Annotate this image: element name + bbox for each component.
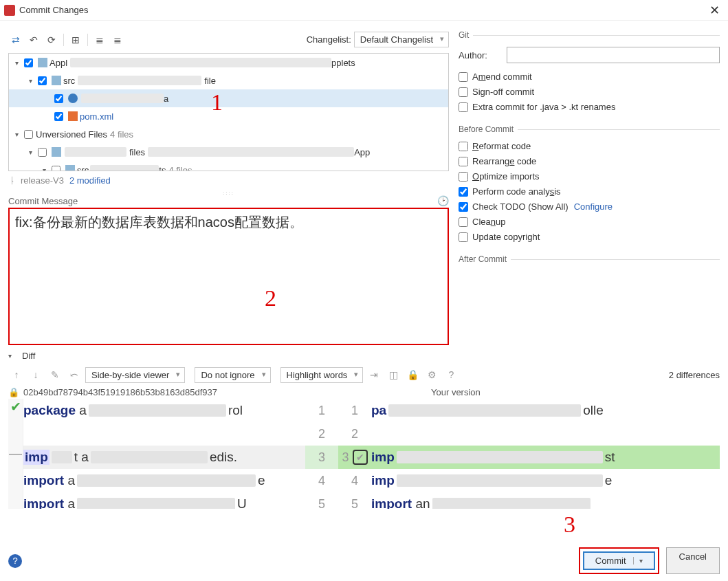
lock-icon: 🔒 xyxy=(8,387,19,397)
close-icon[interactable]: ✕ xyxy=(705,3,724,18)
amend-label: Amend commit xyxy=(472,72,532,82)
tree-toggle[interactable]: ▾ xyxy=(25,149,35,156)
folder-icon xyxy=(38,58,47,67)
reload-icon[interactable]: ⟳ xyxy=(44,32,59,47)
refresh-icon[interactable]: ⇄ xyxy=(8,32,23,47)
viewer-dropdown[interactable]: Side-by-side viewer xyxy=(85,367,185,383)
copyright-label: Update copyright xyxy=(472,232,540,242)
tree-toggle[interactable]: ▾ xyxy=(12,59,21,67)
sync-scroll-icon[interactable]: ◫ xyxy=(385,366,401,383)
commit-button[interactable]: Commit▾ xyxy=(583,551,655,570)
your-version-label: Your version xyxy=(404,387,720,397)
history-icon[interactable]: 🕑 xyxy=(437,195,449,206)
ignore-dropdown[interactable]: Do not ignore xyxy=(195,367,270,383)
rearrange-label: Rearrange code xyxy=(472,156,536,166)
folder-icon xyxy=(52,147,61,157)
tree-suffix: file xyxy=(204,76,216,86)
expand-icon[interactable]: ≣ xyxy=(92,32,107,47)
tree-checkbox[interactable] xyxy=(52,166,60,172)
tree-toggle[interactable]: ▾ xyxy=(39,166,49,172)
analysis-checkbox[interactable] xyxy=(459,187,468,197)
reformat-label: Reformat code xyxy=(472,141,531,151)
diff-count: 2 differences xyxy=(669,370,720,380)
reformat-checkbox[interactable] xyxy=(459,142,468,151)
group-icon[interactable]: ⊞ xyxy=(68,32,83,47)
tree-checkbox[interactable] xyxy=(38,148,47,157)
tree-checkbox[interactable] xyxy=(54,112,63,121)
next-diff-icon[interactable]: ↓ xyxy=(27,366,44,383)
cleanup-checkbox[interactable] xyxy=(459,217,468,227)
amend-checkbox[interactable] xyxy=(459,72,468,82)
app-icon xyxy=(4,5,15,16)
commit-hash: 02b49bd78794b43f51919186b53b8163d85df937 xyxy=(23,387,217,397)
commit-message-label: Commit Message xyxy=(8,196,78,206)
cancel-button[interactable]: Cancel xyxy=(666,547,720,574)
author-input[interactable] xyxy=(507,47,720,63)
file-count: 4 files xyxy=(168,165,192,172)
java-file-icon xyxy=(68,94,78,103)
tree-checkbox[interactable] xyxy=(38,76,47,85)
tree-label: files xyxy=(129,147,145,157)
author-label: Author: xyxy=(459,50,500,61)
after-commit-header: After Commit xyxy=(459,254,720,264)
help-button[interactable]: ? xyxy=(8,554,22,568)
files-tree[interactable]: ▾ Appl pplets ▾ src file xyxy=(8,53,449,171)
highlight-dropdown[interactable]: Highlight words xyxy=(280,367,364,383)
folder-icon xyxy=(65,165,75,171)
extra-commit-label: Extra commit for .java > .kt renames xyxy=(472,102,615,112)
before-commit-header: Before Commit xyxy=(459,124,720,134)
edit-icon[interactable]: ✎ xyxy=(47,366,63,383)
tree-label: Unversioned Files xyxy=(36,129,107,140)
diff-toggle[interactable]: ▾ xyxy=(8,352,18,360)
branch-icon: ᚿ xyxy=(10,175,15,186)
cleanup-label: Cleanup xyxy=(472,217,505,227)
collapse-icon[interactable]: ≣ xyxy=(110,32,125,47)
changelist-dropdown[interactable]: Default Changelist xyxy=(354,32,449,47)
dialog-title: Commit Changes xyxy=(19,5,705,15)
tree-label: a xyxy=(164,94,168,104)
tree-file[interactable]: pom.xml xyxy=(80,111,113,122)
tree-suffix: App xyxy=(354,147,370,157)
lock-icon[interactable]: 🔒 xyxy=(404,366,421,383)
extra-commit-checkbox[interactable] xyxy=(459,102,468,112)
help-icon[interactable]: ? xyxy=(443,366,459,383)
todo-label: Check TODO (Show All) xyxy=(472,201,569,212)
optimize-checkbox[interactable] xyxy=(459,172,468,182)
copyright-checkbox[interactable] xyxy=(459,232,468,242)
analysis-label: Perform code analysis xyxy=(472,186,561,197)
todo-checkbox[interactable] xyxy=(459,202,468,212)
configure-link[interactable]: Configure xyxy=(574,201,613,212)
tree-label: src xyxy=(77,165,89,172)
rearrange-checkbox[interactable] xyxy=(459,157,468,166)
tree-suffix: pplets xyxy=(331,58,355,68)
diff-viewer[interactable]: ✔ — package arol impt aedis. import ae i… xyxy=(8,399,720,509)
commit-dropdown-icon[interactable]: ▾ xyxy=(633,557,643,564)
tree-toggle[interactable]: ▾ xyxy=(25,77,35,85)
folder-icon xyxy=(52,76,61,85)
prev-diff-icon[interactable]: ↑ xyxy=(8,366,25,383)
file-count: 4 files xyxy=(110,129,133,140)
tree-toggle[interactable]: ▾ xyxy=(12,131,21,138)
modified-count[interactable]: 2 modified xyxy=(69,175,111,186)
tree-label: Appl xyxy=(49,58,67,68)
gear-icon[interactable]: ⚙ xyxy=(423,366,440,383)
changelist-label: Changelist: xyxy=(307,34,351,45)
branch-name: release-V3 xyxy=(21,175,64,186)
commit-message-input[interactable]: fix:备份最新的数据库表数据和nacos配置数据。 xyxy=(8,208,449,345)
tree-label: src xyxy=(63,76,75,86)
collapse-diff-icon[interactable]: ⇥ xyxy=(366,366,382,383)
xml-file-icon xyxy=(68,111,78,121)
signoff-label: Sign-off commit xyxy=(472,87,534,97)
signoff-checkbox[interactable] xyxy=(459,87,468,97)
git-section-header: Git xyxy=(459,30,720,40)
tree-checkbox[interactable] xyxy=(24,130,33,139)
tree-checkbox[interactable] xyxy=(24,58,33,67)
undo-icon[interactable]: ↶ xyxy=(26,32,41,47)
tree-checkbox[interactable] xyxy=(54,94,63,103)
diff-label: Diff xyxy=(22,351,35,361)
revert-icon[interactable]: ⤺ xyxy=(66,366,82,383)
optimize-label: Optimize imports xyxy=(472,171,540,182)
